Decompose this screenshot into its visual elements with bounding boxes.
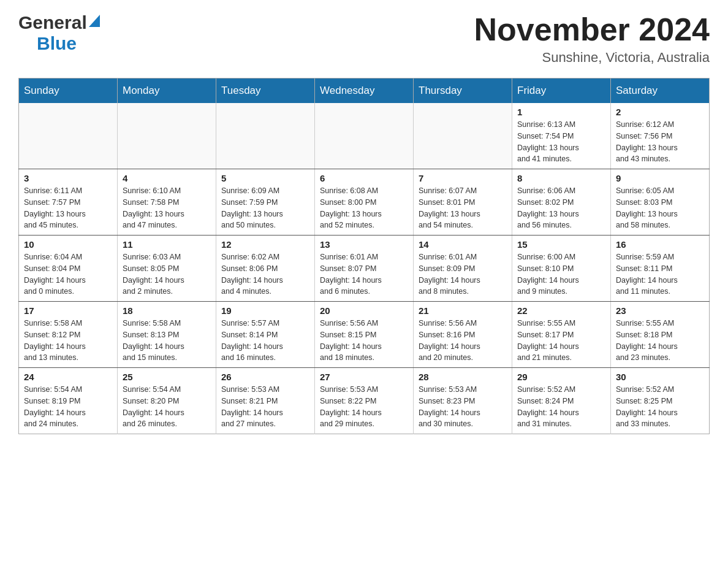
day-number: 2 [616,107,704,117]
day-number: 5 [221,173,309,183]
day-info: Sunrise: 5:58 AM Sunset: 8:12 PM Dayligh… [24,318,112,364]
calendar-cell: 14Sunrise: 6:01 AM Sunset: 8:09 PM Dayli… [414,236,512,302]
day-number: 11 [123,239,211,250]
day-number: 23 [616,305,704,316]
calendar-table: SundayMondayTuesdayWednesdayThursdayFrid… [18,78,710,434]
calendar-cell: 17Sunrise: 5:58 AM Sunset: 8:12 PM Dayli… [19,302,118,368]
day-info: Sunrise: 5:58 AM Sunset: 8:13 PM Dayligh… [123,318,211,364]
day-info: Sunrise: 5:54 AM Sunset: 8:20 PM Dayligh… [123,384,211,430]
logo-arrow-icon [89,15,100,27]
calendar-header-friday: Friday [512,79,611,104]
month-title: November 2024 [474,12,710,47]
day-info: Sunrise: 5:59 AM Sunset: 8:11 PM Dayligh… [616,251,704,297]
day-info: Sunrise: 6:10 AM Sunset: 7:58 PM Dayligh… [123,185,211,231]
day-info: Sunrise: 5:53 AM Sunset: 8:22 PM Dayligh… [320,384,408,430]
calendar-cell: 8Sunrise: 6:06 AM Sunset: 8:02 PM Daylig… [512,169,611,236]
day-info: Sunrise: 6:05 AM Sunset: 8:03 PM Dayligh… [616,185,704,231]
calendar-cell: 22Sunrise: 5:55 AM Sunset: 8:17 PM Dayli… [512,302,611,368]
day-number: 27 [320,372,408,382]
day-info: Sunrise: 6:01 AM Sunset: 8:07 PM Dayligh… [320,251,408,297]
day-number: 19 [221,305,309,316]
day-number: 1 [517,107,605,117]
day-number: 14 [419,239,507,250]
page-header: General Blue November 2024 Sunshine, Vic… [18,12,710,66]
calendar-cell [414,103,512,169]
calendar-header-monday: Monday [118,79,216,104]
day-number: 29 [517,372,605,382]
title-area: November 2024 Sunshine, Victoria, Austra… [474,12,710,66]
calendar-cell [315,103,414,169]
day-number: 8 [517,173,605,183]
calendar-cell: 7Sunrise: 6:07 AM Sunset: 8:01 PM Daylig… [414,169,512,236]
day-info: Sunrise: 5:52 AM Sunset: 8:24 PM Dayligh… [517,384,605,430]
calendar-cell: 23Sunrise: 5:55 AM Sunset: 8:18 PM Dayli… [611,302,710,368]
calendar-cell: 11Sunrise: 6:03 AM Sunset: 8:05 PM Dayli… [118,236,216,302]
calendar-cell: 1Sunrise: 6:13 AM Sunset: 7:54 PM Daylig… [512,103,611,169]
calendar-cell: 4Sunrise: 6:10 AM Sunset: 7:58 PM Daylig… [118,169,216,236]
calendar-cell: 13Sunrise: 6:01 AM Sunset: 8:07 PM Dayli… [315,236,414,302]
calendar-cell: 29Sunrise: 5:52 AM Sunset: 8:24 PM Dayli… [512,368,611,434]
calendar-cell: 26Sunrise: 5:53 AM Sunset: 8:21 PM Dayli… [216,368,315,434]
day-info: Sunrise: 6:03 AM Sunset: 8:05 PM Dayligh… [123,251,211,297]
calendar-cell: 25Sunrise: 5:54 AM Sunset: 8:20 PM Dayli… [118,368,216,434]
day-number: 28 [419,372,507,382]
day-number: 6 [320,173,408,183]
calendar-cell: 20Sunrise: 5:56 AM Sunset: 8:15 PM Dayli… [315,302,414,368]
calendar-week-2: 3Sunrise: 6:11 AM Sunset: 7:57 PM Daylig… [19,169,710,236]
day-number: 3 [24,173,112,183]
calendar-week-1: 1Sunrise: 6:13 AM Sunset: 7:54 PM Daylig… [19,103,710,169]
calendar-cell [216,103,315,169]
day-info: Sunrise: 5:53 AM Sunset: 8:21 PM Dayligh… [221,384,309,430]
day-number: 25 [123,372,211,382]
day-info: Sunrise: 6:07 AM Sunset: 8:01 PM Dayligh… [419,185,507,231]
day-number: 15 [517,239,605,250]
calendar-cell: 2Sunrise: 6:12 AM Sunset: 7:56 PM Daylig… [611,103,710,169]
day-number: 22 [517,305,605,316]
day-info: Sunrise: 5:56 AM Sunset: 8:16 PM Dayligh… [419,318,507,364]
day-info: Sunrise: 5:56 AM Sunset: 8:15 PM Dayligh… [320,318,408,364]
calendar-cell: 30Sunrise: 5:52 AM Sunset: 8:25 PM Dayli… [611,368,710,434]
logo-blue-text: Blue [37,33,77,54]
day-number: 26 [221,372,309,382]
day-number: 7 [419,173,507,183]
day-info: Sunrise: 5:53 AM Sunset: 8:23 PM Dayligh… [419,384,507,430]
calendar-cell: 6Sunrise: 6:08 AM Sunset: 8:00 PM Daylig… [315,169,414,236]
day-info: Sunrise: 5:55 AM Sunset: 8:18 PM Dayligh… [616,318,704,364]
calendar-cell: 3Sunrise: 6:11 AM Sunset: 7:57 PM Daylig… [19,169,118,236]
day-number: 24 [24,372,112,382]
calendar-cell: 16Sunrise: 5:59 AM Sunset: 8:11 PM Dayli… [611,236,710,302]
day-number: 10 [24,239,112,250]
day-number: 12 [221,239,309,250]
day-info: Sunrise: 5:54 AM Sunset: 8:19 PM Dayligh… [24,384,112,430]
day-number: 13 [320,239,408,250]
calendar-cell: 24Sunrise: 5:54 AM Sunset: 8:19 PM Dayli… [19,368,118,434]
day-number: 4 [123,173,211,183]
calendar-cell: 12Sunrise: 6:02 AM Sunset: 8:06 PM Dayli… [216,236,315,302]
calendar-header-row: SundayMondayTuesdayWednesdayThursdayFrid… [19,79,710,104]
day-info: Sunrise: 6:12 AM Sunset: 7:56 PM Dayligh… [616,119,704,165]
calendar-week-5: 24Sunrise: 5:54 AM Sunset: 8:19 PM Dayli… [19,368,710,434]
calendar-cell: 10Sunrise: 6:04 AM Sunset: 8:04 PM Dayli… [19,236,118,302]
day-info: Sunrise: 6:11 AM Sunset: 7:57 PM Dayligh… [24,185,112,231]
location-text: Sunshine, Victoria, Australia [474,50,710,66]
calendar-cell: 28Sunrise: 5:53 AM Sunset: 8:23 PM Dayli… [414,368,512,434]
calendar-header-tuesday: Tuesday [216,79,315,104]
calendar-week-4: 17Sunrise: 5:58 AM Sunset: 8:12 PM Dayli… [19,302,710,368]
calendar-week-3: 10Sunrise: 6:04 AM Sunset: 8:04 PM Dayli… [19,236,710,302]
day-info: Sunrise: 6:09 AM Sunset: 7:59 PM Dayligh… [221,185,309,231]
calendar-header-thursday: Thursday [414,79,512,104]
calendar-header-sunday: Sunday [19,79,118,104]
calendar-cell: 19Sunrise: 5:57 AM Sunset: 8:14 PM Dayli… [216,302,315,368]
calendar-header-saturday: Saturday [611,79,710,104]
day-info: Sunrise: 5:55 AM Sunset: 8:17 PM Dayligh… [517,318,605,364]
day-info: Sunrise: 5:52 AM Sunset: 8:25 PM Dayligh… [616,384,704,430]
day-number: 16 [616,239,704,250]
calendar-cell: 15Sunrise: 6:00 AM Sunset: 8:10 PM Dayli… [512,236,611,302]
calendar-header-wednesday: Wednesday [315,79,414,104]
logo-general-text: General [18,12,87,33]
calendar-cell: 9Sunrise: 6:05 AM Sunset: 8:03 PM Daylig… [611,169,710,236]
day-info: Sunrise: 6:01 AM Sunset: 8:09 PM Dayligh… [419,251,507,297]
day-number: 30 [616,372,704,382]
calendar-cell: 27Sunrise: 5:53 AM Sunset: 8:22 PM Dayli… [315,368,414,434]
day-number: 18 [123,305,211,316]
